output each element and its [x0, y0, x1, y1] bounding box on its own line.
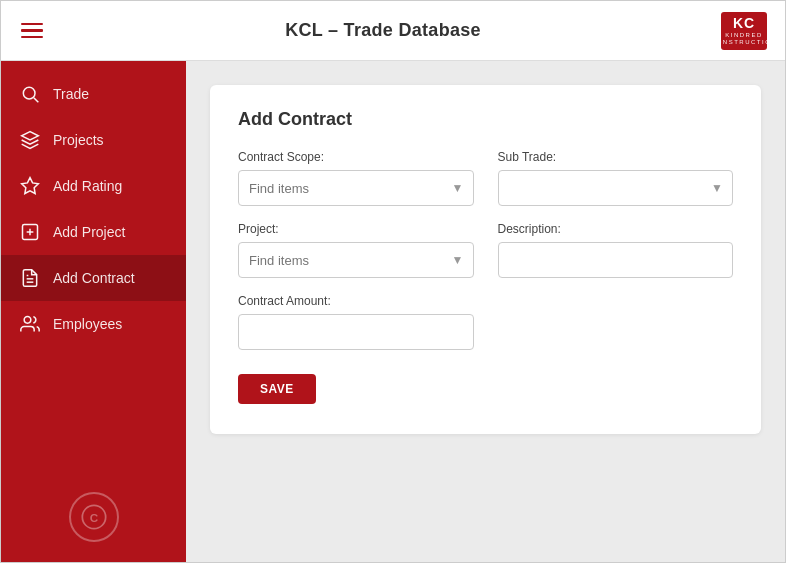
contract-amount-input[interactable] — [238, 314, 474, 350]
form-card: Add Contract Contract Scope: ▼ Sub Trade… — [210, 85, 761, 434]
project-input[interactable] — [238, 242, 474, 278]
svg-point-0 — [23, 87, 35, 99]
form-group-project: Project: ▼ — [238, 222, 474, 278]
file-text-icon — [19, 267, 41, 289]
sidebar-item-add-contract-label: Add Contract — [53, 270, 135, 286]
svg-text:C: C — [89, 511, 98, 524]
form-group-contract-amount: Contract Amount: — [238, 294, 474, 350]
sidebar-item-add-project-label: Add Project — [53, 224, 125, 240]
menu-button[interactable] — [17, 19, 47, 43]
header-title: KCL – Trade Database — [285, 20, 481, 41]
form-group-spacer — [498, 294, 734, 350]
project-label: Project: — [238, 222, 474, 236]
description-input[interactable] — [498, 242, 734, 278]
sidebar-item-add-rating-label: Add Rating — [53, 178, 122, 194]
save-button[interactable]: SAVE — [238, 374, 316, 404]
sidebar-item-add-rating[interactable]: Add Rating — [1, 163, 186, 209]
project-select-wrapper: ▼ — [238, 242, 474, 278]
contract-scope-label: Contract Scope: — [238, 150, 474, 164]
form-group-description: Description: — [498, 222, 734, 278]
logo-sub-text2: CONSTRUCTION — [711, 39, 777, 46]
sidebar-item-employees[interactable]: Employees — [1, 301, 186, 347]
sidebar-bottom-logo: C — [69, 492, 119, 542]
svg-marker-2 — [22, 132, 39, 140]
app-container: KCL – Trade Database KC KINDRED CONSTRUC… — [0, 0, 786, 563]
logo-box: KC KINDRED CONSTRUCTION — [721, 12, 767, 50]
sidebar-item-projects[interactable]: Projects — [1, 117, 186, 163]
main-layout: Trade Projects Add Rating — [1, 61, 785, 562]
logo-kc-text: KC — [733, 15, 755, 32]
svg-marker-3 — [22, 178, 39, 194]
description-label: Description: — [498, 222, 734, 236]
form-row-2: Project: ▼ Description: — [238, 222, 733, 278]
sub-trade-select-wrapper: ▼ — [498, 170, 734, 206]
search-icon — [19, 83, 41, 105]
form-group-contract-scope: Contract Scope: ▼ — [238, 150, 474, 206]
svg-point-9 — [24, 317, 31, 324]
svg-line-1 — [34, 98, 39, 103]
plus-square-icon — [19, 221, 41, 243]
star-icon — [19, 175, 41, 197]
header: KCL – Trade Database KC KINDRED CONSTRUC… — [1, 1, 785, 61]
form-row-1: Contract Scope: ▼ Sub Trade: ▼ — [238, 150, 733, 206]
form-row-3: Contract Amount: — [238, 294, 733, 350]
layers-icon — [19, 129, 41, 151]
contract-scope-select-wrapper: ▼ — [238, 170, 474, 206]
sub-trade-input[interactable] — [498, 170, 734, 206]
content-area: Add Contract Contract Scope: ▼ Sub Trade… — [186, 61, 785, 562]
users-icon — [19, 313, 41, 335]
contract-scope-input[interactable] — [238, 170, 474, 206]
header-logo: KC KINDRED CONSTRUCTION — [719, 11, 769, 51]
sidebar-item-add-project[interactable]: Add Project — [1, 209, 186, 255]
sidebar-item-trade-label: Trade — [53, 86, 89, 102]
contract-amount-label: Contract Amount: — [238, 294, 474, 308]
form-title: Add Contract — [238, 109, 733, 130]
sidebar-item-trade[interactable]: Trade — [1, 71, 186, 117]
sidebar-item-projects-label: Projects — [53, 132, 104, 148]
sub-trade-label: Sub Trade: — [498, 150, 734, 164]
sidebar-item-add-contract[interactable]: Add Contract — [1, 255, 186, 301]
form-group-sub-trade: Sub Trade: ▼ — [498, 150, 734, 206]
logo-sub-text: KINDRED — [725, 32, 763, 39]
sidebar-item-employees-label: Employees — [53, 316, 122, 332]
sidebar: Trade Projects Add Rating — [1, 61, 186, 562]
